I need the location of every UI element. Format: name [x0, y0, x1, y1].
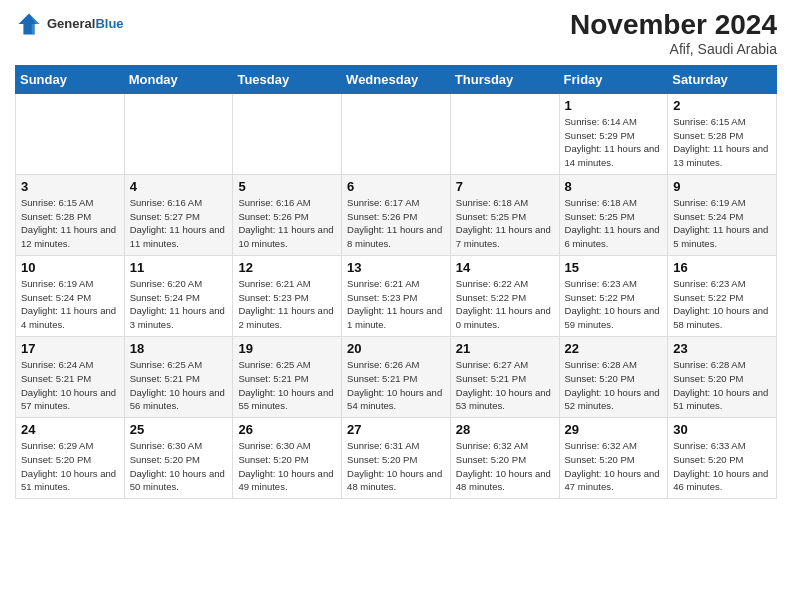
column-header-wednesday: Wednesday [342, 65, 451, 93]
day-number: 8 [565, 179, 663, 194]
cell-info: Sunrise: 6:32 AM Sunset: 5:20 PM Dayligh… [456, 439, 554, 494]
day-number: 23 [673, 341, 771, 356]
day-number: 18 [130, 341, 228, 356]
day-number: 20 [347, 341, 445, 356]
calendar-cell: 24Sunrise: 6:29 AM Sunset: 5:20 PM Dayli… [16, 418, 125, 499]
day-number: 25 [130, 422, 228, 437]
calendar-cell: 10Sunrise: 6:19 AM Sunset: 5:24 PM Dayli… [16, 255, 125, 336]
calendar-cell: 1Sunrise: 6:14 AM Sunset: 5:29 PM Daylig… [559, 93, 668, 174]
column-header-thursday: Thursday [450, 65, 559, 93]
cell-info: Sunrise: 6:21 AM Sunset: 5:23 PM Dayligh… [238, 277, 336, 332]
cell-info: Sunrise: 6:31 AM Sunset: 5:20 PM Dayligh… [347, 439, 445, 494]
day-number: 3 [21, 179, 119, 194]
calendar-header-row: SundayMondayTuesdayWednesdayThursdayFrid… [16, 65, 777, 93]
calendar-cell: 16Sunrise: 6:23 AM Sunset: 5:22 PM Dayli… [668, 255, 777, 336]
day-number: 5 [238, 179, 336, 194]
day-number: 26 [238, 422, 336, 437]
cell-info: Sunrise: 6:33 AM Sunset: 5:20 PM Dayligh… [673, 439, 771, 494]
calendar-table: SundayMondayTuesdayWednesdayThursdayFrid… [15, 65, 777, 499]
calendar-cell: 28Sunrise: 6:32 AM Sunset: 5:20 PM Dayli… [450, 418, 559, 499]
cell-info: Sunrise: 6:23 AM Sunset: 5:22 PM Dayligh… [565, 277, 663, 332]
day-number: 6 [347, 179, 445, 194]
day-number: 27 [347, 422, 445, 437]
cell-info: Sunrise: 6:26 AM Sunset: 5:21 PM Dayligh… [347, 358, 445, 413]
day-number: 2 [673, 98, 771, 113]
column-header-sunday: Sunday [16, 65, 125, 93]
day-number: 11 [130, 260, 228, 275]
day-number: 15 [565, 260, 663, 275]
day-number: 12 [238, 260, 336, 275]
month-title: November 2024 [570, 10, 777, 41]
day-number: 13 [347, 260, 445, 275]
cell-info: Sunrise: 6:28 AM Sunset: 5:20 PM Dayligh… [565, 358, 663, 413]
cell-info: Sunrise: 6:17 AM Sunset: 5:26 PM Dayligh… [347, 196, 445, 251]
location: Afif, Saudi Arabia [570, 41, 777, 57]
calendar-cell: 18Sunrise: 6:25 AM Sunset: 5:21 PM Dayli… [124, 336, 233, 417]
cell-info: Sunrise: 6:18 AM Sunset: 5:25 PM Dayligh… [456, 196, 554, 251]
cell-info: Sunrise: 6:29 AM Sunset: 5:20 PM Dayligh… [21, 439, 119, 494]
cell-info: Sunrise: 6:30 AM Sunset: 5:20 PM Dayligh… [130, 439, 228, 494]
day-number: 16 [673, 260, 771, 275]
cell-info: Sunrise: 6:32 AM Sunset: 5:20 PM Dayligh… [565, 439, 663, 494]
calendar-cell: 30Sunrise: 6:33 AM Sunset: 5:20 PM Dayli… [668, 418, 777, 499]
calendar-cell: 22Sunrise: 6:28 AM Sunset: 5:20 PM Dayli… [559, 336, 668, 417]
day-number: 22 [565, 341, 663, 356]
day-number: 9 [673, 179, 771, 194]
logo-general: General [47, 16, 95, 31]
cell-info: Sunrise: 6:14 AM Sunset: 5:29 PM Dayligh… [565, 115, 663, 170]
calendar-cell: 9Sunrise: 6:19 AM Sunset: 5:24 PM Daylig… [668, 174, 777, 255]
calendar-cell: 8Sunrise: 6:18 AM Sunset: 5:25 PM Daylig… [559, 174, 668, 255]
logo-text: GeneralBlue [47, 17, 124, 31]
cell-info: Sunrise: 6:16 AM Sunset: 5:26 PM Dayligh… [238, 196, 336, 251]
cell-info: Sunrise: 6:16 AM Sunset: 5:27 PM Dayligh… [130, 196, 228, 251]
calendar-cell [233, 93, 342, 174]
calendar-cell: 2Sunrise: 6:15 AM Sunset: 5:28 PM Daylig… [668, 93, 777, 174]
day-number: 4 [130, 179, 228, 194]
day-number: 30 [673, 422, 771, 437]
calendar-cell: 21Sunrise: 6:27 AM Sunset: 5:21 PM Dayli… [450, 336, 559, 417]
cell-info: Sunrise: 6:15 AM Sunset: 5:28 PM Dayligh… [21, 196, 119, 251]
calendar-cell: 27Sunrise: 6:31 AM Sunset: 5:20 PM Dayli… [342, 418, 451, 499]
day-number: 17 [21, 341, 119, 356]
logo: GeneralBlue [15, 10, 124, 38]
column-header-monday: Monday [124, 65, 233, 93]
calendar-cell: 6Sunrise: 6:17 AM Sunset: 5:26 PM Daylig… [342, 174, 451, 255]
calendar-cell: 7Sunrise: 6:18 AM Sunset: 5:25 PM Daylig… [450, 174, 559, 255]
calendar-week-5: 24Sunrise: 6:29 AM Sunset: 5:20 PM Dayli… [16, 418, 777, 499]
day-number: 10 [21, 260, 119, 275]
cell-info: Sunrise: 6:25 AM Sunset: 5:21 PM Dayligh… [238, 358, 336, 413]
cell-info: Sunrise: 6:20 AM Sunset: 5:24 PM Dayligh… [130, 277, 228, 332]
calendar-cell: 12Sunrise: 6:21 AM Sunset: 5:23 PM Dayli… [233, 255, 342, 336]
title-block: November 2024 Afif, Saudi Arabia [570, 10, 777, 57]
calendar-cell: 25Sunrise: 6:30 AM Sunset: 5:20 PM Dayli… [124, 418, 233, 499]
cell-info: Sunrise: 6:19 AM Sunset: 5:24 PM Dayligh… [673, 196, 771, 251]
day-number: 24 [21, 422, 119, 437]
cell-info: Sunrise: 6:21 AM Sunset: 5:23 PM Dayligh… [347, 277, 445, 332]
day-number: 7 [456, 179, 554, 194]
calendar-cell: 4Sunrise: 6:16 AM Sunset: 5:27 PM Daylig… [124, 174, 233, 255]
calendar-cell [342, 93, 451, 174]
column-header-friday: Friday [559, 65, 668, 93]
calendar-cell: 5Sunrise: 6:16 AM Sunset: 5:26 PM Daylig… [233, 174, 342, 255]
calendar-cell: 20Sunrise: 6:26 AM Sunset: 5:21 PM Dayli… [342, 336, 451, 417]
calendar-week-3: 10Sunrise: 6:19 AM Sunset: 5:24 PM Dayli… [16, 255, 777, 336]
cell-info: Sunrise: 6:24 AM Sunset: 5:21 PM Dayligh… [21, 358, 119, 413]
calendar-week-2: 3Sunrise: 6:15 AM Sunset: 5:28 PM Daylig… [16, 174, 777, 255]
day-number: 29 [565, 422, 663, 437]
cell-info: Sunrise: 6:22 AM Sunset: 5:22 PM Dayligh… [456, 277, 554, 332]
calendar-cell: 29Sunrise: 6:32 AM Sunset: 5:20 PM Dayli… [559, 418, 668, 499]
day-number: 14 [456, 260, 554, 275]
column-header-tuesday: Tuesday [233, 65, 342, 93]
calendar-week-4: 17Sunrise: 6:24 AM Sunset: 5:21 PM Dayli… [16, 336, 777, 417]
page-header: GeneralBlue November 2024 Afif, Saudi Ar… [15, 10, 777, 57]
cell-info: Sunrise: 6:25 AM Sunset: 5:21 PM Dayligh… [130, 358, 228, 413]
calendar-cell: 11Sunrise: 6:20 AM Sunset: 5:24 PM Dayli… [124, 255, 233, 336]
day-number: 21 [456, 341, 554, 356]
day-number: 1 [565, 98, 663, 113]
cell-info: Sunrise: 6:18 AM Sunset: 5:25 PM Dayligh… [565, 196, 663, 251]
calendar-cell: 19Sunrise: 6:25 AM Sunset: 5:21 PM Dayli… [233, 336, 342, 417]
calendar-week-1: 1Sunrise: 6:14 AM Sunset: 5:29 PM Daylig… [16, 93, 777, 174]
cell-info: Sunrise: 6:15 AM Sunset: 5:28 PM Dayligh… [673, 115, 771, 170]
calendar-cell: 13Sunrise: 6:21 AM Sunset: 5:23 PM Dayli… [342, 255, 451, 336]
cell-info: Sunrise: 6:27 AM Sunset: 5:21 PM Dayligh… [456, 358, 554, 413]
